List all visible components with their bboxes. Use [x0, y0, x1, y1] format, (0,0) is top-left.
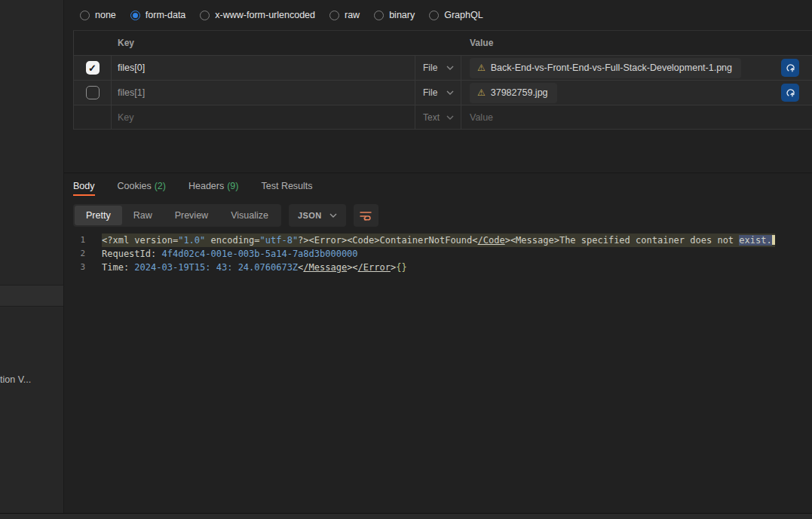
- view-mode-switcher: Pretty Raw Preview Visualize: [73, 204, 281, 227]
- radio-icon: [429, 11, 439, 20]
- code-token: exist.: [739, 235, 771, 246]
- response-section: Body Cookies (2) Headers (9) Test Result…: [64, 172, 812, 274]
- code-token: RequestId:: [102, 249, 161, 259]
- sidebar-section-row[interactable]: [0, 285, 63, 307]
- line-number: 3: [64, 261, 93, 274]
- warning-icon: ⚠: [477, 88, 486, 97]
- code-token: /Code: [478, 235, 505, 246]
- tab-cookies[interactable]: Cookies (2): [118, 173, 166, 199]
- upload-file-button[interactable]: [781, 59, 799, 77]
- code-token: "1.0": [178, 235, 205, 246]
- tab-headers[interactable]: Headers (9): [188, 173, 239, 199]
- key-column-header: Key: [112, 31, 415, 55]
- key-field[interactable]: files[0]: [118, 63, 145, 73]
- header-checkbox-cell: [74, 31, 112, 55]
- response-view-bar: Pretty Raw Preview Visualize JSON: [64, 199, 812, 232]
- text-caret: [772, 235, 775, 245]
- table-row-empty: Key Text Value: [74, 105, 812, 130]
- response-body-code[interactable]: 1<?xml version="1.0" encoding="utf-8"?><…: [64, 232, 812, 274]
- code-token: <?xml version=: [102, 235, 178, 246]
- code-line: 2RequestId: 4f4d02c4-001e-003b-5a14-7a8d…: [64, 247, 812, 261]
- code-line: 1<?xml version="1.0" encoding="utf-8"?><…: [64, 234, 812, 247]
- row-enabled-checkbox[interactable]: ✓: [86, 61, 100, 75]
- form-data-table: Key Value ✓ files[0] File: [73, 30, 812, 130]
- response-tabs: Body Cookies (2) Headers (9) Test Result…: [64, 173, 812, 199]
- file-chip[interactable]: ⚠ 37982759.jpg: [470, 83, 557, 103]
- body-type-x-www-form-urlencoded[interactable]: x-www-form-urlencoded: [200, 10, 315, 20]
- view-pretty[interactable]: Pretty: [75, 206, 122, 225]
- code-token: ><: [347, 262, 357, 273]
- text-wrap-icon: [359, 209, 372, 221]
- type-select[interactable]: File: [415, 56, 461, 80]
- body-type-form-data[interactable]: form-data: [130, 10, 186, 20]
- radio-label: GraphQL: [444, 10, 483, 20]
- body-type-graphql[interactable]: GraphQL: [429, 10, 483, 20]
- key-field-placeholder[interactable]: Key: [118, 112, 134, 123]
- language-dropdown[interactable]: JSON: [289, 204, 346, 227]
- radio-label: none: [95, 10, 116, 20]
- file-name: Back-End-vs-Front-End-vs-Full-Stack-Deve…: [491, 63, 732, 73]
- radio-selected-icon: [130, 11, 140, 20]
- status-bar: [0, 513, 812, 519]
- tab-test-results[interactable]: Test Results: [261, 173, 312, 199]
- code-line-content[interactable]: RequestId: 4f4d02c4-001e-003b-5a14-7a8d3…: [102, 247, 358, 261]
- view-preview[interactable]: Preview: [164, 206, 219, 225]
- radio-label: x-www-form-urlencoded: [215, 10, 315, 20]
- code-line-content[interactable]: <?xml version="1.0" encoding="utf-8"?><E…: [102, 234, 775, 247]
- key-field[interactable]: files[1]: [118, 87, 145, 98]
- body-type-none[interactable]: none: [80, 10, 116, 20]
- code-token: /Message: [303, 262, 347, 273]
- upload-file-button[interactable]: [781, 84, 799, 102]
- chevron-down-icon: [446, 66, 454, 70]
- code-line: 3Time: 2024-03-19T15: 43: 24.0760673Z</M…: [64, 261, 812, 274]
- line-number: 1: [64, 234, 93, 247]
- radio-icon: [80, 11, 90, 20]
- table-row: ✓ files[0] File ⚠ Back-End-vs-Front-End-…: [74, 55, 812, 80]
- code-token: ?><Error><Code>ContainerNotFound<: [298, 235, 477, 246]
- radio-label: form-data: [146, 10, 186, 20]
- line-number: 2: [64, 247, 93, 261]
- sidebar-truncated-label[interactable]: tion V...: [0, 374, 63, 385]
- type-select[interactable]: File: [415, 81, 461, 105]
- headers-count: (9): [227, 181, 238, 191]
- cloud-upload-icon: [785, 63, 796, 74]
- code-token: ><Message>The specified container does n…: [505, 235, 740, 246]
- view-raw[interactable]: Raw: [122, 206, 164, 225]
- chevron-down-icon: [446, 115, 454, 120]
- header-action-cell: [781, 31, 812, 55]
- radio-label: raw: [345, 10, 360, 20]
- left-sidebar: tion V...: [0, 0, 63, 513]
- radio-icon: [329, 11, 339, 20]
- body-type-selector: none form-data x-www-form-urlencoded raw…: [64, 0, 812, 30]
- tab-body[interactable]: Body: [73, 173, 95, 199]
- radio-label: binary: [389, 10, 415, 20]
- cookies-count: (2): [155, 181, 166, 191]
- code-token: {}: [396, 262, 406, 273]
- file-name: 37982759.jpg: [491, 87, 548, 98]
- table-row: files[1] File ⚠ 37982759.jpg: [74, 80, 812, 105]
- row-enabled-checkbox[interactable]: [86, 86, 100, 99]
- code-line-content[interactable]: Time: 2024-03-19T15: 43: 24.0760673Z</Me…: [102, 261, 407, 274]
- app-window: tion V... none form-data x-www-form-urle…: [0, 0, 812, 519]
- chevron-down-icon: [446, 90, 454, 95]
- view-visualize[interactable]: Visualize: [219, 206, 280, 225]
- code-token: Time:: [102, 262, 134, 273]
- code-token: encoding=: [205, 235, 259, 246]
- type-select[interactable]: Text: [415, 105, 461, 129]
- body-type-binary[interactable]: binary: [374, 10, 415, 20]
- radio-icon: [374, 11, 384, 20]
- code-token: 2024-03-19T15: 43: 24.0760673Z: [134, 262, 298, 273]
- file-chip[interactable]: ⚠ Back-End-vs-Front-End-vs-Full-Stack-De…: [470, 58, 741, 78]
- table-header-row: Key Value: [74, 31, 812, 55]
- radio-icon: [200, 11, 210, 20]
- warning-icon: ⚠: [477, 63, 486, 72]
- body-type-raw[interactable]: raw: [329, 10, 360, 20]
- chevron-down-icon: [329, 213, 337, 218]
- wrap-line-button[interactable]: [354, 204, 378, 227]
- value-column-header: Value: [461, 31, 781, 55]
- value-field-placeholder[interactable]: Value: [470, 112, 493, 123]
- header-type-cell: [415, 31, 461, 55]
- code-token: "utf-8": [260, 235, 299, 246]
- code-token: /Error: [358, 262, 391, 273]
- cloud-upload-icon: [785, 87, 796, 99]
